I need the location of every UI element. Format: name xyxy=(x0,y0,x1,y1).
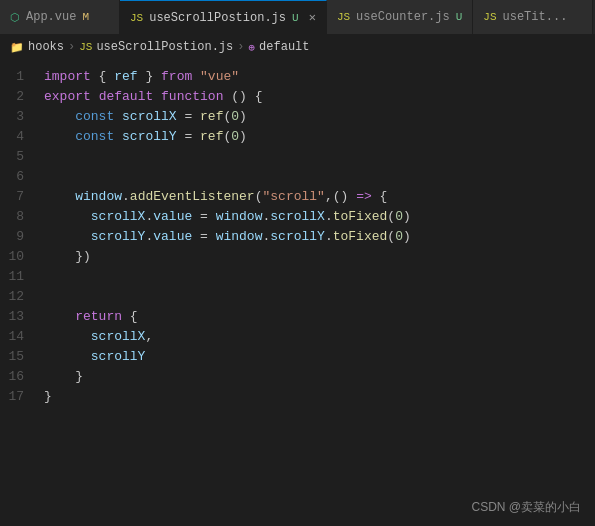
line-number: 17 xyxy=(0,387,40,407)
tab-use-title[interactable]: JS useTit... xyxy=(473,0,593,34)
code-editor[interactable]: 1 import { ref } from "vue" 2 export def… xyxy=(0,59,595,526)
line-number: 9 xyxy=(0,227,40,247)
tab-use-counter[interactable]: JS useCounter.js U xyxy=(327,0,473,34)
code-line: 11 xyxy=(0,267,595,287)
tab-label: useScrollPostion.js xyxy=(149,11,286,25)
js-icon: JS xyxy=(337,11,350,23)
vue-icon: ⬡ xyxy=(10,11,20,24)
line-number: 16 xyxy=(0,367,40,387)
breadcrumb-separator: › xyxy=(68,40,75,54)
line-content: import { ref } from "vue" xyxy=(40,67,595,87)
code-line: 16 } xyxy=(0,367,595,387)
line-content: scrollY.value = window.scrollY.toFixed(0… xyxy=(40,227,595,247)
line-number: 11 xyxy=(0,267,40,287)
breadcrumb-part-file: useScrollPostion.js xyxy=(96,40,233,54)
line-number: 8 xyxy=(0,207,40,227)
code-line: 13 return { xyxy=(0,307,595,327)
line-number: 5 xyxy=(0,147,40,167)
line-content: const scrollY = ref(0) xyxy=(40,127,595,147)
tab-status: M xyxy=(82,11,89,23)
line-content: } xyxy=(40,387,595,407)
line-number: 1 xyxy=(0,67,40,87)
code-line: 5 xyxy=(0,147,595,167)
line-number: 6 xyxy=(0,167,40,187)
func-icon: ⊕ xyxy=(248,41,255,54)
tab-status: U xyxy=(456,11,463,23)
tab-label: useCounter.js xyxy=(356,10,450,24)
code-line: 1 import { ref } from "vue" xyxy=(0,67,595,87)
line-content: window.addEventListener("scroll",() => { xyxy=(40,187,595,207)
line-content xyxy=(40,147,595,167)
breadcrumb-part-func: default xyxy=(259,40,309,54)
line-content: return { xyxy=(40,307,595,327)
code-line: 8 scrollX.value = window.scrollX.toFixed… xyxy=(0,207,595,227)
line-number: 12 xyxy=(0,287,40,307)
line-number: 15 xyxy=(0,347,40,367)
breadcrumb: 📁 hooks › JS useScrollPostion.js › ⊕ def… xyxy=(0,35,595,59)
breadcrumb-separator: › xyxy=(237,40,244,54)
code-line: 3 const scrollX = ref(0) xyxy=(0,107,595,127)
watermark: CSDN @卖菜的小白 xyxy=(471,499,581,516)
code-line: 9 scrollY.value = window.scrollY.toFixed… xyxy=(0,227,595,247)
tab-status: U xyxy=(292,12,299,24)
code-line: 4 const scrollY = ref(0) xyxy=(0,127,595,147)
line-content: } xyxy=(40,367,595,387)
line-content xyxy=(40,267,595,287)
line-content: }) xyxy=(40,247,595,267)
tab-label: App.vue xyxy=(26,10,76,24)
breadcrumb-part-hooks: hooks xyxy=(28,40,64,54)
line-number: 2 xyxy=(0,87,40,107)
code-line: 15 scrollY xyxy=(0,347,595,367)
tab-app-vue[interactable]: ⬡ App.vue M xyxy=(0,0,120,34)
line-content: scrollX.value = window.scrollX.toFixed(0… xyxy=(40,207,595,227)
js-file-icon: JS xyxy=(79,41,92,53)
code-line: 6 xyxy=(0,167,595,187)
line-number: 4 xyxy=(0,127,40,147)
line-number: 13 xyxy=(0,307,40,327)
js-icon: JS xyxy=(130,12,143,24)
tab-close-button[interactable]: ✕ xyxy=(309,10,316,25)
code-line: 17 } xyxy=(0,387,595,407)
line-content xyxy=(40,167,595,187)
line-number: 3 xyxy=(0,107,40,127)
line-number: 14 xyxy=(0,327,40,347)
tab-label: useTit... xyxy=(503,10,568,24)
line-content: const scrollX = ref(0) xyxy=(40,107,595,127)
tab-bar: ⬡ App.vue M JS useScrollPostion.js U ✕ J… xyxy=(0,0,595,35)
tab-use-scroll[interactable]: JS useScrollPostion.js U ✕ xyxy=(120,0,327,34)
line-content: export default function () { xyxy=(40,87,595,107)
code-line: 7 window.addEventListener("scroll",() =>… xyxy=(0,187,595,207)
line-content xyxy=(40,287,595,307)
line-number: 7 xyxy=(0,187,40,207)
code-line: 10 }) xyxy=(0,247,595,267)
code-line: 14 scrollX, xyxy=(0,327,595,347)
line-content: scrollY xyxy=(40,347,595,367)
line-number: 10 xyxy=(0,247,40,267)
line-content: scrollX, xyxy=(40,327,595,347)
code-line: 12 xyxy=(0,287,595,307)
folder-icon: 📁 xyxy=(10,41,24,54)
js-icon: JS xyxy=(483,11,496,23)
code-line: 2 export default function () { xyxy=(0,87,595,107)
